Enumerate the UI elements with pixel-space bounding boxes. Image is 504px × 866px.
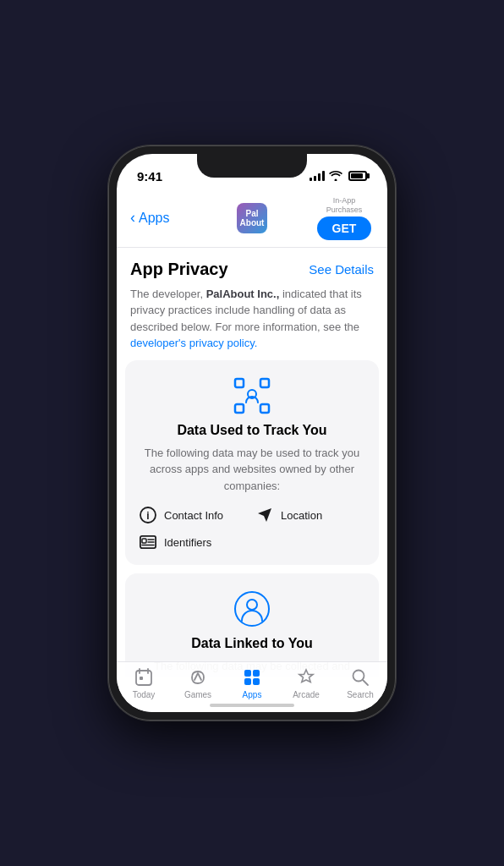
- signal-icon: [310, 171, 325, 181]
- svg-rect-8: [142, 539, 146, 543]
- svg-point-13: [247, 600, 257, 610]
- back-label: Apps: [139, 211, 169, 226]
- track-you-card: Data Used to Track You The following dat…: [125, 360, 379, 566]
- arcade-tab-label: Arcade: [293, 690, 320, 699]
- cards-area: Data Used to Track You The following dat…: [117, 360, 387, 677]
- wifi-icon: [329, 171, 342, 181]
- in-app-label: In-AppPurchases: [326, 196, 363, 215]
- games-icon: [188, 667, 208, 688]
- track-location-label: Location: [281, 509, 322, 522]
- track-items-grid: i Contact Info Location: [139, 506, 365, 551]
- nav-right-area: In-AppPurchases GET: [315, 196, 374, 240]
- linked-icon-area: [139, 590, 365, 628]
- face-scan-icon: [233, 377, 271, 414]
- nav-app-info: PalAbout: [189, 203, 315, 233]
- status-time: 9:41: [137, 169, 162, 184]
- track-contact-label: Contact Info: [164, 509, 223, 522]
- apps-icon: [242, 667, 262, 688]
- privacy-section: App Privacy See Details The developer, P…: [117, 248, 387, 360]
- svg-rect-31: [244, 678, 251, 685]
- get-button[interactable]: GET: [317, 216, 372, 240]
- privacy-header: App Privacy See Details: [130, 260, 374, 279]
- today-tab-label: Today: [133, 690, 156, 699]
- search-tab-label: Search: [347, 690, 374, 699]
- status-icons: [310, 171, 367, 181]
- tab-today[interactable]: Today: [117, 667, 171, 699]
- today-icon: [134, 667, 154, 688]
- back-button[interactable]: ‹ Apps: [130, 209, 189, 227]
- tab-games[interactable]: Games: [171, 667, 225, 699]
- info-circle-icon: i: [139, 506, 157, 524]
- location-arrow-icon: [255, 506, 274, 524]
- privacy-policy-link[interactable]: developer's privacy policy.: [130, 337, 257, 349]
- track-item-location: Location: [255, 506, 365, 524]
- svg-rect-29: [244, 670, 251, 677]
- arcade-icon: [296, 667, 316, 688]
- privacy-description: The developer, PalAbout Inc., indicated …: [130, 286, 374, 352]
- apps-tab-label: Apps: [243, 690, 262, 699]
- games-tab-label: Games: [184, 690, 211, 699]
- svg-rect-32: [253, 678, 260, 685]
- notch: [197, 154, 307, 178]
- app-icon: PalAbout: [237, 203, 267, 233]
- search-icon: [350, 667, 370, 688]
- home-indicator: [210, 704, 294, 707]
- track-identifiers-label: Identifiers: [164, 536, 211, 549]
- tab-arcade[interactable]: Arcade: [279, 667, 333, 699]
- app-name: PalAbout: [240, 209, 265, 227]
- track-item-identifiers: Identifiers: [139, 533, 249, 551]
- track-item-contact: i Contact Info: [139, 506, 249, 524]
- svg-rect-30: [253, 670, 260, 677]
- svg-rect-0: [235, 379, 244, 387]
- see-details-link[interactable]: See Details: [309, 262, 374, 277]
- track-card-title: Data Used to Track You: [139, 423, 365, 438]
- person-circle-icon: [233, 590, 271, 628]
- nav-bar: ‹ Apps PalAbout In-AppPurchases GET: [117, 191, 387, 248]
- svg-rect-28: [140, 677, 143, 680]
- phone-screen: 9:41 ‹: [117, 154, 387, 712]
- svg-rect-1: [260, 379, 269, 387]
- track-card-desc: The following data may be used to track …: [139, 445, 365, 495]
- content-area: App Privacy See Details The developer, P…: [117, 248, 387, 677]
- phone-frame: 9:41 ‹: [108, 145, 396, 721]
- linked-card-title: Data Linked to You: [139, 636, 365, 651]
- tab-apps[interactable]: Apps: [225, 667, 279, 699]
- back-chevron-icon: ‹: [130, 209, 135, 227]
- svg-rect-2: [235, 404, 244, 413]
- svg-rect-25: [136, 671, 151, 685]
- tab-search[interactable]: Search: [333, 667, 387, 699]
- privacy-title: App Privacy: [130, 260, 228, 279]
- svg-rect-3: [260, 404, 269, 413]
- track-icon-area: [139, 377, 365, 414]
- id-card-icon-1: [139, 533, 157, 551]
- svg-line-34: [363, 680, 368, 685]
- svg-text:i: i: [146, 510, 149, 522]
- battery-icon: [348, 171, 367, 181]
